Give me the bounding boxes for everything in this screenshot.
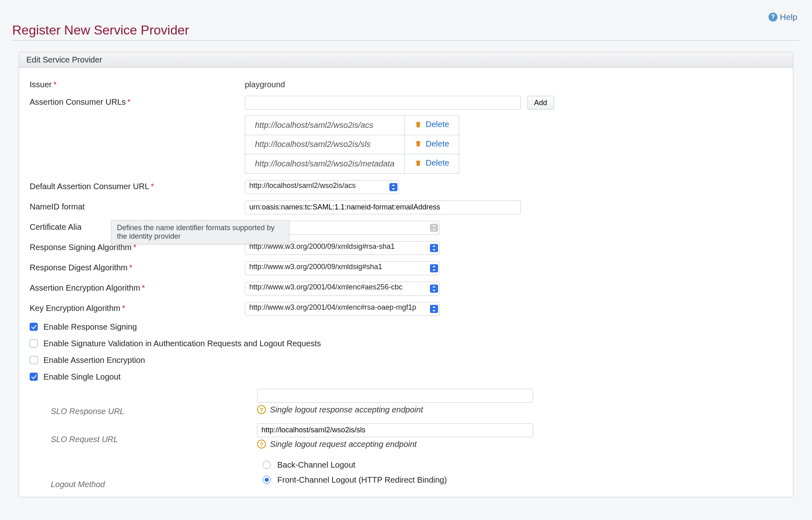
acs-urls-label: Assertion Consumer URLs (30, 97, 126, 106)
trash-icon (415, 121, 422, 129)
edit-sp-panel: Edit Service Provider Issuer* playground… (19, 52, 793, 497)
trash-icon (415, 140, 422, 148)
required-marker: * (151, 182, 154, 191)
delete-label: Delete (426, 139, 449, 149)
enable-single-logout-checkbox[interactable] (30, 373, 38, 381)
delete-label: Delete (426, 120, 449, 129)
nameid-tooltip: Defines the name identifier formats supp… (111, 220, 289, 244)
trash-icon (415, 159, 422, 167)
issuer-label: Issuer (30, 80, 52, 89)
enable-single-logout-label: Enable Single Logout (43, 372, 121, 382)
help-label: Help (780, 12, 797, 22)
help-icon: ? (769, 13, 777, 22)
select-caret-icon (430, 264, 438, 272)
logout-method-label: Logout Method (51, 480, 105, 489)
select-caret-icon (430, 224, 438, 232)
key-enc-algo-value: http://www.w3.org/2001/04/xmlenc#rsa-oae… (245, 302, 440, 316)
nameid-input[interactable] (245, 201, 521, 214)
logout-back-channel-radio[interactable] (263, 461, 271, 469)
assert-enc-algo-select[interactable]: http://www.w3.org/2001/04/xmlenc#aes256-… (245, 282, 440, 296)
issuer-value: playground (245, 78, 782, 89)
enable-assertion-encryption-label: Enable Assertion Encryption (43, 356, 145, 365)
required-marker: * (122, 304, 125, 313)
delete-label: Delete (426, 158, 449, 168)
info-icon: ? (257, 405, 266, 414)
default-acs-select[interactable]: http://localhost/saml2/wso2is/acs (245, 180, 399, 194)
delete-url-button[interactable]: Delete (415, 158, 449, 168)
slo-response-url-input[interactable] (257, 389, 533, 403)
slo-request-url-input[interactable] (257, 423, 533, 437)
select-caret-icon (430, 305, 438, 313)
select-caret-icon (430, 244, 438, 252)
page-title: Register New Service Provider (12, 23, 800, 38)
key-enc-algo-label: Key Encryption Algorithm (30, 304, 120, 313)
logout-back-channel-label: Back-Channel Logout (277, 460, 355, 470)
required-marker: * (142, 283, 145, 292)
cert-alias-label: Certificate Alia (30, 222, 82, 231)
help-link[interactable]: ? Help (769, 12, 797, 22)
required-marker: * (53, 80, 56, 89)
logout-front-channel-label: Front-Channel Logout (HTTP Redirect Bind… (277, 475, 447, 485)
select-caret-icon (389, 183, 397, 191)
assert-enc-algo-label: Assertion Encryption Algorithm (30, 283, 140, 292)
default-acs-value: http://localhost/saml2/wso2is/acs (245, 180, 399, 194)
delete-url-button[interactable]: Delete (415, 120, 449, 129)
delete-url-button[interactable]: Delete (415, 139, 449, 149)
enable-signature-validation-checkbox[interactable] (30, 339, 38, 347)
assert-enc-algo-value: http://www.w3.org/2001/04/xmlenc#aes256-… (245, 282, 440, 296)
key-enc-algo-select[interactable]: http://www.w3.org/2001/04/xmlenc#rsa-oae… (245, 302, 440, 316)
enable-response-signing-checkbox[interactable] (30, 323, 38, 331)
default-acs-label: Default Assertion Consumer URL (30, 182, 149, 191)
title-divider (12, 40, 800, 41)
resp-digest-algo-label: Response Digest Algorithm (30, 263, 127, 272)
add-button[interactable]: Add (527, 96, 554, 110)
resp-digest-algo-value: http://www.w3.org/2000/09/xmldsig#sha1 (245, 261, 440, 275)
info-icon: ? (257, 440, 266, 449)
resp-digest-algo-select[interactable]: http://www.w3.org/2000/09/xmldsig#sha1 (245, 261, 440, 275)
acs-url-cell: http://localhost/saml2/wso2is/acs (245, 116, 405, 135)
enable-assertion-encryption-checkbox[interactable] (30, 356, 38, 364)
acs-url-input[interactable] (245, 96, 521, 110)
enable-signature-validation-label: Enable Signature Validation in Authentic… (43, 339, 321, 348)
slo-response-url-label: SLO Response URL (51, 407, 124, 416)
panel-header: Edit Service Provider (19, 52, 793, 68)
select-caret-icon (430, 285, 438, 293)
required-marker: * (129, 263, 132, 272)
acs-url-table: http://localhost/saml2/wso2is/acs Delete (245, 115, 459, 174)
slo-request-url-label: SLO Request URL (51, 435, 118, 444)
required-marker: * (127, 97, 131, 106)
slo-request-hint: Single logout request accepting endpoint (270, 440, 417, 449)
acs-url-cell: http://localhost/saml2/wso2is/sls (245, 135, 405, 154)
enable-response-signing-label: Enable Response Signing (43, 322, 137, 332)
slo-response-hint: Single logout response accepting endpoin… (270, 405, 423, 414)
logout-front-channel-radio[interactable] (263, 476, 271, 484)
acs-url-cell: http://localhost/saml2/wso2is/metadata (245, 154, 405, 174)
nameid-label: NameID format (30, 202, 85, 211)
